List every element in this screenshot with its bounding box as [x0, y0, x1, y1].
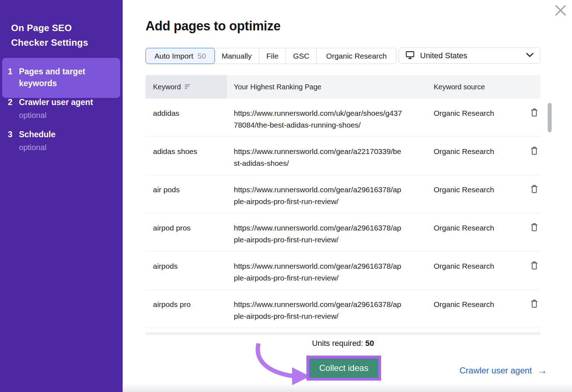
arrow-right-icon: →	[537, 366, 547, 375]
table-row: addidas https://www.runnersworld.com/uk/…	[146, 99, 541, 137]
column-label: Keyword source	[434, 83, 485, 91]
tab-gsc[interactable]: GSC	[286, 48, 317, 64]
keyword-source-cell: Organic Research	[425, 298, 530, 322]
close-icon	[554, 13, 567, 18]
column-label: Your Highest Ranking Page	[234, 83, 321, 91]
column-header-actions	[530, 75, 541, 99]
step-label: Pages and target keywords	[19, 66, 114, 89]
keyword-source-cell: Organic Research	[425, 145, 530, 169]
column-header-keyword[interactable]: Keyword	[146, 75, 227, 99]
ranking-page-cell: https://www.runnersworld.com/uk/gear/sho…	[227, 107, 425, 131]
ranking-page-cell: https://www.runnersworld.com/gear/a29616…	[227, 222, 425, 245]
column-label: Keyword	[153, 83, 181, 91]
country-select-value: United States	[420, 51, 526, 60]
tab-manually[interactable]: Manually	[214, 48, 259, 64]
step-label: Crawler user agent	[19, 98, 93, 107]
sidebar-step-crawler-user-agent[interactable]: 2 Crawler user agent optional	[2, 96, 120, 121]
on-page-seo-checker-modal: On Page SEO Checker Settings 1 Pages and…	[0, 0, 572, 392]
ranking-page-cell: https://www.runnersworld.com/gear/a29616…	[227, 298, 425, 322]
ranking-page-cell: https://www.runnersworld.com/gear/a22170…	[227, 145, 425, 169]
sidebar-step-schedule[interactable]: 3 Schedule optional	[2, 129, 120, 153]
delete-row-button[interactable]	[530, 107, 539, 118]
collect-ideas-highlight: Collect ideas	[306, 356, 381, 381]
sidebar-title: On Page SEO Checker Settings	[11, 21, 108, 50]
page-title: Add pages to optimize	[146, 19, 281, 34]
tab-label: Manually	[222, 52, 252, 60]
sort-icon	[185, 83, 191, 91]
table-bottom-divider	[146, 332, 541, 335]
keyword-cell: adidas shoes	[146, 145, 227, 169]
trash-icon	[531, 266, 538, 271]
keywords-table: Keyword Your Highest Ranking Page Keywor…	[146, 75, 541, 332]
desktop-icon	[405, 50, 415, 61]
delete-row-button[interactable]	[530, 222, 539, 233]
chevron-down-icon	[526, 53, 534, 59]
ranking-page-cell: https://www.runnersworld.com/gear/a29616…	[227, 184, 425, 207]
step-optional-note: optional	[19, 109, 93, 121]
settings-sidebar: On Page SEO Checker Settings 1 Pages and…	[0, 0, 123, 392]
step-number: 3	[8, 129, 19, 153]
keyword-cell: air pods	[146, 184, 227, 207]
crawler-user-agent-link[interactable]: Crawler user agent →	[459, 366, 547, 376]
tab-file[interactable]: File	[259, 48, 286, 64]
units-required: Units required: 50	[146, 339, 541, 348]
crawler-user-agent-link-label: Crawler user agent	[459, 366, 532, 376]
keyword-cell: addidas	[146, 107, 227, 131]
step-optional-note: optional	[19, 142, 55, 153]
keyword-source-cell: Organic Research	[425, 260, 530, 284]
tab-organic-research[interactable]: Organic Research	[316, 48, 396, 64]
keyword-source-cell: Organic Research	[425, 222, 530, 245]
keyword-source-cell: Organic Research	[425, 184, 530, 207]
import-source-tabs: Auto Import 50 Manually File GSC Organic…	[146, 48, 396, 64]
keyword-cell: airpod pros	[146, 222, 227, 245]
tab-auto-import[interactable]: Auto Import 50	[146, 48, 215, 64]
table-scrollbar-thumb[interactable]	[548, 103, 552, 132]
keyword-source-cell: Organic Research	[425, 107, 530, 131]
table-row: airpod pros https://www.runnersworld.com…	[146, 213, 541, 252]
close-button[interactable]	[553, 3, 568, 19]
collect-ideas-button[interactable]: Collect ideas	[309, 358, 378, 378]
curved-arrow-annotation	[248, 342, 310, 388]
step-number: 2	[8, 96, 19, 121]
step-number: 1	[8, 66, 19, 89]
column-header-keyword-source: Keyword source	[425, 75, 530, 99]
sidebar-step-pages-and-keywords[interactable]: 1 Pages and target keywords	[2, 58, 120, 98]
table-row: airpods pro https://www.runnersworld.com…	[146, 290, 541, 328]
trash-icon	[531, 227, 538, 233]
tab-label: File	[266, 52, 278, 60]
delete-row-button[interactable]	[530, 298, 539, 309]
delete-row-button[interactable]	[530, 260, 539, 271]
tab-label: Auto Import	[154, 52, 193, 60]
ranking-page-cell: https://www.runnersworld.com/gear/a29616…	[227, 260, 425, 284]
trash-icon	[531, 151, 538, 156]
trash-icon	[531, 113, 538, 118]
delete-row-button[interactable]	[530, 184, 539, 194]
table-header: Keyword Your Highest Ranking Page Keywor…	[146, 75, 541, 99]
table-body: addidas https://www.runnersworld.com/uk/…	[146, 99, 541, 332]
units-required-value: 50	[365, 339, 374, 348]
table-row: airpods https://www.runnersworld.com/gea…	[146, 252, 541, 290]
step-label: Schedule	[19, 130, 55, 139]
delete-row-button[interactable]	[530, 145, 539, 156]
bottom-fade	[123, 383, 572, 392]
country-select[interactable]: United States	[399, 48, 541, 64]
keyword-cell: airpods pro	[146, 298, 227, 322]
table-row: adidas shoes https://www.runnersworld.co…	[146, 137, 541, 175]
trash-icon	[531, 189, 538, 194]
table-row: air pods https://www.runnersworld.com/ge…	[146, 175, 541, 213]
keyword-cell: airpods	[146, 260, 227, 284]
tab-label: GSC	[293, 52, 310, 60]
tab-label: Organic Research	[326, 52, 386, 60]
trash-icon	[531, 304, 538, 309]
tab-count-badge: 50	[198, 52, 206, 60]
column-header-ranking-page: Your Highest Ranking Page	[227, 75, 425, 99]
units-required-label: Units required:	[312, 339, 363, 348]
